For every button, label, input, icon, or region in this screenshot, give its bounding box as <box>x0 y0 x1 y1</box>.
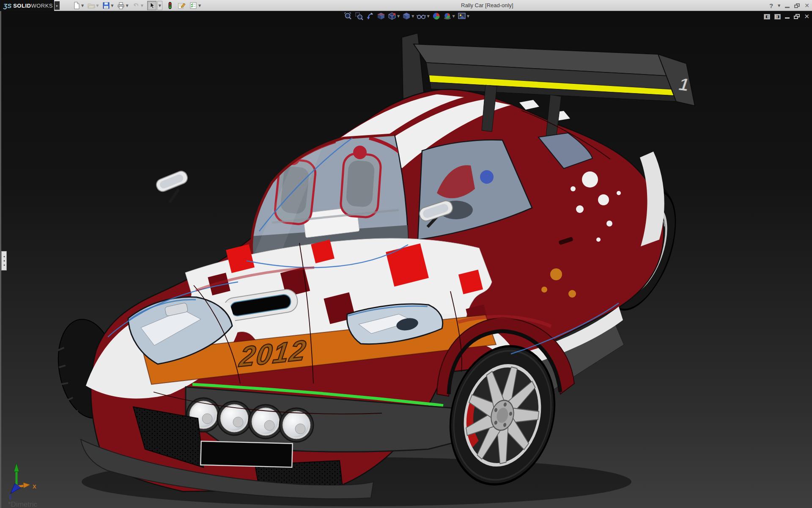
chevron-down-icon[interactable]: ▼ <box>96 4 99 8</box>
previous-view-button[interactable] <box>366 12 374 20</box>
open-button[interactable]: ▼ <box>88 2 99 9</box>
chevron-down-icon[interactable]: ▼ <box>111 4 113 8</box>
orientation-triad: X Z <box>7 463 36 501</box>
undo-button[interactable]: ▼ <box>132 2 143 9</box>
menu-expand-button[interactable]: ▸ <box>55 1 60 10</box>
view-settings-button[interactable]: ▼ <box>458 12 469 20</box>
rally-car-model[interactable]: 1 <box>1 11 812 508</box>
window-title: Rally Car [Read-only] <box>461 2 513 8</box>
print-button[interactable]: ▼ <box>117 2 128 9</box>
view-settings-icon <box>458 12 466 20</box>
chevron-down-icon[interactable]: ▼ <box>126 4 128 8</box>
options-button[interactable]: ▼ <box>189 2 201 9</box>
featuremanager-expand-tab[interactable]: ◂ ◂ ◂ <box>1 251 7 271</box>
select-cursor-icon <box>148 2 156 9</box>
restore-button[interactable] <box>794 3 800 8</box>
chevron-down-icon[interactable]: ▼ <box>141 4 143 8</box>
zoom-to-fit-button[interactable] <box>344 12 352 20</box>
apply-scene-button[interactable]: ▼ <box>443 12 455 20</box>
new-document-icon <box>73 2 80 9</box>
view-orientation-label: *Dimetric <box>8 500 37 508</box>
triad-x-label: X <box>33 483 36 490</box>
close-button[interactable]: ✕ <box>804 2 809 9</box>
chevron-left-icon: ◂ <box>3 260 5 262</box>
doc-close-button[interactable]: ✕ <box>804 13 809 20</box>
license-plate <box>200 441 292 467</box>
hide-show-items-icon <box>417 12 426 20</box>
view-orientation-icon <box>388 12 396 20</box>
solidworks-logo: ƷS SOLIDWORKS <box>0 0 54 11</box>
chevron-down-icon[interactable]: ▼ <box>411 14 414 18</box>
logo-solid: SOLID <box>13 3 31 9</box>
file-properties-button[interactable] <box>178 2 186 9</box>
section-view-button[interactable] <box>377 12 385 20</box>
help-button[interactable]: ? <box>769 2 773 9</box>
graphics-viewport[interactable]: 1 <box>0 11 812 508</box>
titlebar: ƷS SOLIDWORKS ▸ ▼ ▼ ▼ ▼ <box>0 0 812 11</box>
file-properties-icon <box>178 2 186 9</box>
chevron-left-icon: ◂ <box>3 255 5 258</box>
section-view-icon <box>377 12 385 20</box>
minimize-button[interactable] <box>785 7 790 8</box>
chevron-down-icon[interactable]: ▼ <box>427 14 429 18</box>
chevron-left-icon: ◂ <box>3 264 5 267</box>
zoom-to-area-icon <box>355 12 363 20</box>
save-button[interactable]: ▼ <box>102 2 113 9</box>
print-icon <box>117 2 125 9</box>
rebuild-button[interactable] <box>166 2 174 9</box>
display-style-button[interactable]: ▼ <box>402 12 414 20</box>
new-document-button[interactable]: ▼ <box>73 2 84 9</box>
select-button[interactable]: ▼ <box>147 1 162 10</box>
left-mirror[interactable] <box>155 169 189 202</box>
edit-appearance-button[interactable] <box>432 12 441 20</box>
chevron-down-icon[interactable]: ▼ <box>453 14 455 18</box>
solidworks-window: { "titlebar": { "brand": {"glyph_3ds": "… <box>0 0 812 508</box>
help-dropdown[interactable]: ▼ <box>778 4 780 8</box>
zoom-to-fit-icon <box>344 12 352 20</box>
hide-show-items-button[interactable]: ▼ <box>417 12 429 20</box>
chevron-down-icon[interactable]: ▼ <box>81 4 84 8</box>
edit-appearance-icon <box>432 12 441 20</box>
chevron-down-icon[interactable]: ▼ <box>397 14 400 18</box>
document-window-controls: ◧ ◨ ✕ <box>764 13 809 20</box>
pane-left-button[interactable]: ◧ <box>764 14 770 19</box>
previous-view-icon <box>366 12 374 20</box>
doc-minimize-button[interactable] <box>785 17 790 19</box>
logo-works: WORKS <box>31 3 53 9</box>
triad-z-label: Z <box>7 494 14 501</box>
logo-3ds-glyph: ƷS <box>3 2 11 9</box>
chevron-down-icon[interactable]: ▼ <box>467 14 469 18</box>
select-button-pressed[interactable] <box>147 1 156 10</box>
open-icon <box>88 2 95 9</box>
chevron-down-icon[interactable]: ▼ <box>198 4 201 8</box>
undo-icon <box>132 2 140 9</box>
options-icon <box>189 2 198 9</box>
select-dropdown[interactable]: ▼ <box>157 1 162 10</box>
zoom-to-area-button[interactable] <box>355 12 363 20</box>
save-icon <box>102 2 110 9</box>
rebuild-traffic-light-icon <box>166 2 174 9</box>
titlebar-controls: ? ▼ ✕ <box>769 0 809 11</box>
main-toolbar: ▼ ▼ ▼ ▼ ▼ <box>73 0 201 11</box>
apply-scene-icon <box>443 12 452 20</box>
headsup-toolbar: ▼ ▼ ▼ <box>1 12 812 20</box>
view-orientation-button[interactable]: ▼ <box>388 12 400 20</box>
pane-right-button[interactable]: ◨ <box>774 14 781 19</box>
display-style-icon <box>402 12 411 20</box>
doc-restore-button[interactable] <box>794 14 800 19</box>
